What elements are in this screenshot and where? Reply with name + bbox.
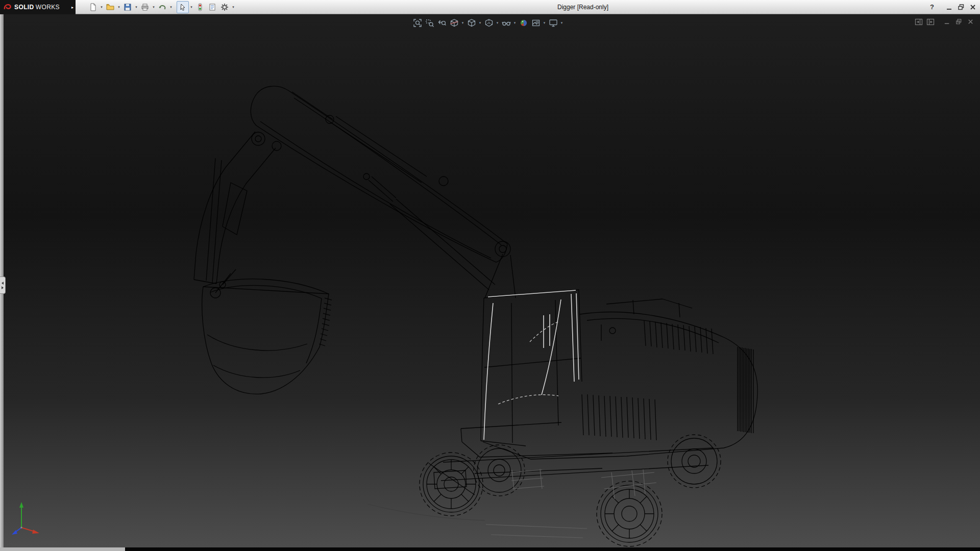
heads-up-view-toolbar: ▾ ▾ ▾ ▾	[411, 17, 564, 29]
file-properties-button[interactable]	[206, 1, 218, 13]
apply-scene-caret[interactable]: ▾	[542, 21, 547, 25]
feature-manager-collapse-tab[interactable]	[0, 277, 6, 294]
undo-icon	[158, 3, 166, 11]
section-view-button[interactable]	[448, 17, 460, 29]
file-properties-icon	[208, 3, 216, 11]
digger-faint-edges	[368, 504, 485, 520]
open-button[interactable]	[104, 1, 116, 13]
brand-text-solid: SOLID	[14, 4, 34, 11]
apply-scene-button[interactable]	[530, 17, 542, 29]
rebuild-button[interactable]	[194, 1, 206, 13]
digger-boom[interactable]	[251, 86, 516, 298]
select-cursor-icon	[179, 3, 187, 11]
options-button[interactable]	[218, 1, 231, 13]
hide-show-items-button[interactable]	[500, 17, 512, 29]
digger-chassis[interactable]	[429, 448, 714, 495]
section-view-icon	[450, 18, 459, 28]
section-view-caret[interactable]: ▾	[460, 21, 465, 25]
display-style-button[interactable]	[483, 17, 495, 29]
view-orientation-caret[interactable]: ▾	[478, 21, 482, 25]
digger-body[interactable]	[461, 299, 757, 459]
digger-cab-highlights	[484, 290, 579, 440]
print-icon	[141, 3, 149, 11]
zoom-to-area-button[interactable]	[424, 17, 435, 29]
menu-flyout-arrow[interactable]: ▸	[71, 5, 74, 10]
open-folder-icon	[106, 3, 114, 11]
brand-logo: SOLID WORKS ▸	[0, 0, 76, 14]
zoom-fit-icon	[413, 18, 422, 28]
options-dropdown-caret[interactable]: ▾	[231, 5, 236, 9]
previous-view-icon	[437, 18, 447, 28]
brand-text-works: WORKS	[36, 4, 60, 11]
save-dropdown-caret[interactable]: ▾	[134, 5, 139, 9]
save-icon	[124, 3, 132, 11]
close-button[interactable]	[968, 3, 977, 12]
window-controls	[945, 3, 977, 12]
options-icon	[220, 3, 229, 11]
new-dropdown-caret[interactable]: ▾	[99, 5, 104, 9]
model-wireframe-digger[interactable]	[0, 14, 980, 547]
digger-cab[interactable]	[481, 290, 582, 446]
digger-cylinders[interactable]	[292, 92, 495, 290]
digger-gray-edges	[486, 469, 656, 538]
save-button[interactable]	[121, 1, 134, 13]
solidworks-window: SOLID WORKS ▸ ▾ ▾	[0, 0, 980, 551]
apply-scene-icon	[531, 18, 541, 28]
undo-button[interactable]	[156, 1, 168, 13]
view-settings-icon	[549, 18, 558, 28]
previous-view-button[interactable]	[436, 17, 448, 29]
window-title: Digger [Read-only]	[557, 0, 608, 14]
restore-icon	[957, 3, 965, 11]
print-button[interactable]	[139, 1, 151, 13]
open-dropdown-caret[interactable]: ▾	[116, 5, 121, 9]
view-settings-button[interactable]	[547, 17, 559, 29]
display-pane-icon	[926, 18, 935, 26]
new-document-icon	[89, 3, 97, 11]
title-bar: SOLID WORKS ▸ ▾ ▾	[0, 0, 980, 14]
doc-close-button[interactable]	[966, 17, 975, 26]
display-style-icon	[484, 18, 494, 28]
select-button[interactable]	[177, 1, 189, 13]
print-dropdown-caret[interactable]: ▾	[151, 5, 156, 9]
status-bar-strip	[0, 547, 980, 551]
close-icon	[969, 3, 977, 11]
document-window-controls	[914, 17, 975, 26]
undo-dropdown-caret[interactable]: ▾	[168, 5, 174, 9]
feature-pane-icon	[915, 18, 923, 26]
collapse-left-arrow-icon	[2, 282, 4, 285]
view-orientation-icon	[467, 18, 476, 28]
help-button[interactable]: ?	[927, 0, 937, 14]
display-style-caret[interactable]: ▾	[495, 21, 500, 25]
zoom-to-fit-button[interactable]	[411, 17, 423, 29]
dassault-3ds-icon	[3, 3, 13, 12]
restore-button[interactable]	[957, 3, 966, 12]
rebuild-icon	[196, 3, 204, 11]
reference-triad[interactable]	[7, 499, 44, 541]
zoom-area-icon	[425, 18, 434, 28]
hide-show-icon	[502, 18, 511, 28]
edit-appearance-icon	[519, 18, 528, 28]
feature-pane-toggle[interactable]	[914, 17, 923, 26]
digger-wheels[interactable]	[420, 435, 721, 546]
digger-bucket[interactable]	[202, 269, 332, 394]
new-document-button[interactable]	[87, 1, 99, 13]
minimize-button[interactable]	[945, 3, 954, 12]
doc-restore-button[interactable]	[954, 17, 963, 26]
restore-icon	[955, 18, 963, 26]
digger-cab-hidden-edges	[498, 321, 559, 404]
view-orientation-button[interactable]	[465, 17, 477, 29]
view-settings-caret[interactable]: ▾	[559, 21, 564, 25]
digger-stick[interactable]	[194, 132, 276, 284]
doc-minimize-button[interactable]	[943, 17, 951, 26]
minimize-icon	[945, 3, 953, 11]
display-pane-toggle[interactable]	[926, 17, 935, 26]
graphics-viewport[interactable]: ▾ ▾ ▾ ▾	[0, 14, 980, 547]
select-dropdown-caret[interactable]: ▾	[189, 5, 194, 9]
edit-appearance-button[interactable]	[518, 17, 529, 29]
bottom-taskbar-strip[interactable]	[125, 547, 980, 551]
minimize-icon	[943, 18, 951, 26]
expand-right-arrow-icon	[2, 286, 4, 289]
hide-show-caret[interactable]: ▾	[512, 21, 517, 25]
close-icon	[967, 18, 974, 26]
view-orientation-label: *Dimetric	[6, 542, 33, 547]
